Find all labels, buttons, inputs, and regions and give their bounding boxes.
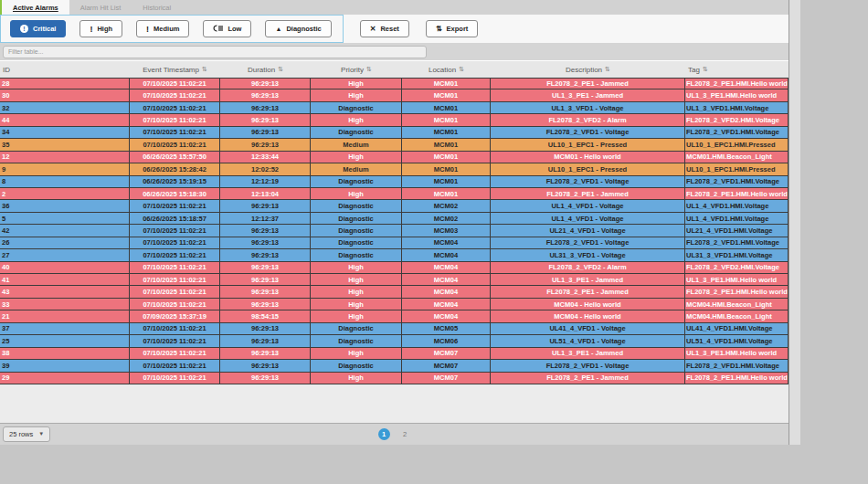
exclamation-icon: ! <box>90 25 92 34</box>
cell-location: MCM01 <box>402 139 491 151</box>
cell-id: 28 <box>0 78 130 89</box>
cell-description: MCM01 - Hello world <box>491 152 685 163</box>
table-row[interactable]: 4007/10/2025 11:02:2196:29:13HighMCM04FL… <box>0 262 789 274</box>
sort-icon[interactable]: ⇅ <box>703 66 708 73</box>
tab-active-alarms[interactable]: Active Alarms <box>2 0 69 15</box>
cell-duration: 12:02:52 <box>220 163 311 175</box>
export-button[interactable]: ⇅ Export <box>426 20 478 37</box>
cell-tag: UL1_4_VFD1.HMI.Voltage <box>685 200 789 212</box>
table-row[interactable]: 206/26/2025 15:18:3012:13:04HighMCM01FL2… <box>0 188 789 200</box>
sort-icon[interactable]: ⇅ <box>366 66 372 73</box>
scrollbar-track[interactable] <box>789 0 800 445</box>
cell-priority: Diagnostic <box>311 323 402 335</box>
page-button-2[interactable]: 2 <box>399 428 411 440</box>
cell-id: 8 <box>0 176 130 188</box>
table-row[interactable]: 3707/10/2025 11:02:2196:29:13DiagnosticM… <box>0 323 789 335</box>
column-header-duration[interactable]: Duration⇅ <box>220 61 311 78</box>
table-row[interactable]: 806/26/2025 15:19:1512:12:19DiagnosticMC… <box>0 176 789 188</box>
table-row[interactable]: 4307/10/2025 11:02:2196:29:13HighMCM04FL… <box>0 286 789 298</box>
table-row[interactable]: 3507/10/2025 11:02:2196:29:13MediumMCM01… <box>0 139 789 151</box>
priority-filter-group: ! Critical ! High ! Medium <box>0 15 344 43</box>
cell-location: MCM07 <box>402 360 491 372</box>
column-header-label: Duration <box>248 66 275 74</box>
cell-duration: 96:29:13 <box>220 139 311 151</box>
tab-historical[interactable]: Historical <box>132 0 182 15</box>
cell-priority: Diagnostic <box>311 225 402 237</box>
diagnostic-filter-label: Diagnostic <box>286 25 321 33</box>
cell-timestamp: 07/10/2025 11:02:21 <box>130 78 220 89</box>
cell-description: FL2078_2_PE1 - Jammed <box>491 188 685 200</box>
table-row[interactable]: 3607/10/2025 11:02:2196:29:13DiagnosticM… <box>0 200 789 212</box>
sort-icon[interactable]: ⇅ <box>202 66 207 73</box>
table-row[interactable]: 906/26/2025 15:28:4212:02:52MediumMCM01U… <box>0 163 789 175</box>
cell-tag: FL2078_2_VFD2.HMI.Voltage <box>685 114 789 126</box>
table-row[interactable]: 3407/10/2025 11:02:2196:29:13DiagnosticM… <box>0 127 789 139</box>
cell-duration: 96:29:13 <box>220 237 311 249</box>
alarm-app-panel: Active Alarms Alarm Hit List Historical … <box>0 0 789 445</box>
cell-id: 37 <box>0 323 130 335</box>
sort-icon[interactable]: ⇅ <box>605 66 610 73</box>
table-row[interactable]: 506/26/2025 15:18:5712:12:37DiagnosticMC… <box>0 213 789 225</box>
cell-tag: UL1_3_PE1.HMI.Hello world <box>685 89 789 101</box>
cell-id: 44 <box>0 114 130 126</box>
cell-location: MCM04 <box>402 274 491 286</box>
table-row[interactable]: 2607/10/2025 11:02:2196:29:13DiagnosticM… <box>0 237 789 249</box>
table-row[interactable]: 2807/10/2025 11:02:2196:29:13HighMCM01FL… <box>0 78 789 89</box>
table-row[interactable]: 3807/10/2025 11:02:2196:29:13HighMCM07UL… <box>0 348 789 360</box>
low-filter-button[interactable]: Low <box>203 20 251 37</box>
reset-button[interactable]: ✕ Reset <box>360 20 409 37</box>
export-label: Export <box>447 25 469 33</box>
cell-location: MCM07 <box>402 348 491 360</box>
cell-description: MCM04 - Hello world <box>491 299 685 310</box>
toolbar: ! Critical ! High ! Medium <box>0 15 789 43</box>
sort-icon[interactable]: ⇅ <box>459 66 464 73</box>
table-row[interactable]: 1206/26/2025 15:57:5012:33:44HighMCM01MC… <box>0 152 789 163</box>
cell-timestamp: 07/10/2025 11:02:21 <box>130 262 220 274</box>
column-header-location[interactable]: Location⇅ <box>402 61 491 78</box>
table-row[interactable]: 2507/10/2025 11:02:2196:29:13DiagnosticM… <box>0 335 789 347</box>
table-row[interactable]: 4107/10/2025 11:02:2196:29:13HighMCM04UL… <box>0 274 789 286</box>
table-row[interactable]: 3207/10/2025 11:02:2196:29:13DiagnosticM… <box>0 102 789 114</box>
cell-timestamp: 06/26/2025 15:57:50 <box>130 152 220 163</box>
table-row[interactable]: 3907/10/2025 11:02:2196:29:13DiagnosticM… <box>0 360 789 372</box>
table-row[interactable]: 2907/10/2025 11:02:2196:29:13HighMCM07FL… <box>0 373 789 384</box>
sort-icon[interactable]: ⇅ <box>278 66 283 73</box>
cell-location: MCM04 <box>402 237 491 249</box>
table-row[interactable]: 4407/10/2025 11:02:2196:29:13HighMCM01FL… <box>0 114 789 126</box>
cell-timestamp: 07/10/2025 11:02:21 <box>130 373 220 384</box>
column-header-event-timestamp[interactable]: Event Timestamp⇅ <box>130 61 220 78</box>
cell-tag: UL41_4_VFD1.HMI.Voltage <box>685 323 789 335</box>
cell-timestamp: 07/10/2025 11:02:21 <box>130 274 220 286</box>
cell-priority: Medium <box>311 139 402 151</box>
table-row[interactable]: 4207/10/2025 11:02:2196:29:13DiagnosticM… <box>0 225 789 237</box>
cell-description: UL31_3_VFD1 - Voltage <box>491 249 685 261</box>
cell-priority: Diagnostic <box>311 176 402 188</box>
diagnostic-filter-button[interactable]: ▲ Diagnostic <box>265 20 331 37</box>
high-filter-label: High <box>97 25 112 33</box>
cell-tag: UL10_1_EPC1.HMI.Pressed <box>685 139 789 151</box>
critical-filter-button[interactable]: ! Critical <box>10 20 66 37</box>
table-row[interactable]: 2107/09/2025 15:37:1998:54:15HighMCM04MC… <box>0 310 789 322</box>
table-row[interactable]: 3007/10/2025 11:02:2196:29:13HighMCM01UL… <box>0 89 789 101</box>
cell-description: FL2078_2_PE1 - Jammed <box>491 373 685 384</box>
medium-filter-button[interactable]: ! Medium <box>136 20 189 37</box>
critical-filter-label: Critical <box>33 25 56 33</box>
column-header-tag[interactable]: Tag⇅ <box>685 61 789 78</box>
page-button-1[interactable]: 1 <box>378 428 390 440</box>
cell-duration: 96:29:13 <box>220 262 311 274</box>
cell-priority: Diagnostic <box>311 360 402 372</box>
table-filter-input[interactable] <box>3 46 427 58</box>
high-filter-button[interactable]: ! High <box>79 20 122 37</box>
cell-location: MCM01 <box>402 102 491 114</box>
cell-id: 5 <box>0 213 130 225</box>
cell-priority: Diagnostic <box>311 335 402 347</box>
cell-id: 2 <box>0 188 130 200</box>
cell-priority: High <box>311 348 402 360</box>
column-header-priority[interactable]: Priority⇅ <box>311 61 402 78</box>
tab-alarm-hit-list[interactable]: Alarm Hit List <box>69 0 132 15</box>
table-body: 2807/10/2025 11:02:2196:29:13HighMCM01FL… <box>0 78 789 384</box>
column-header-description[interactable]: Description⇅ <box>491 61 685 78</box>
table-row[interactable]: 3307/10/2025 11:02:2196:29:13HighMCM04MC… <box>0 299 789 310</box>
table-row[interactable]: 2707/10/2025 11:02:2196:29:13DiagnosticM… <box>0 249 789 261</box>
exclamation-icon: ! <box>146 25 149 34</box>
